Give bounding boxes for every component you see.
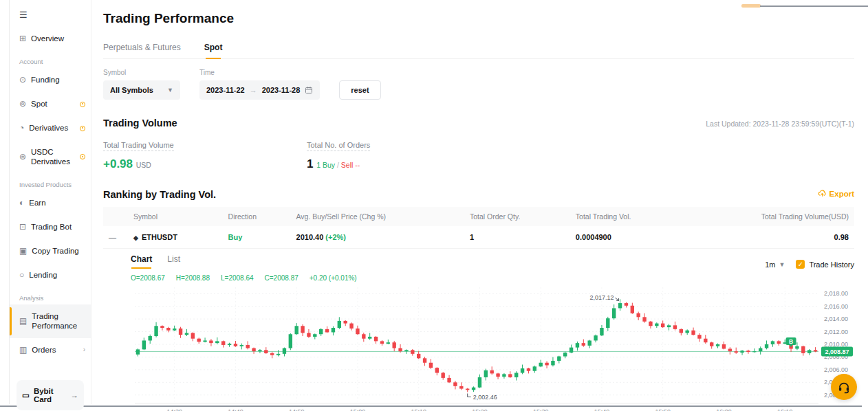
support-chat-button[interactable] — [831, 374, 857, 400]
sidebar-item-orders[interactable]: ▥Orders› — [10, 338, 91, 362]
sidebar-item-usdc-derivatives[interactable]: ⊛USDC Derivatives — [10, 140, 91, 174]
qty-cell: 1 — [464, 226, 570, 249]
copy-trading-icon: ▣ — [19, 246, 27, 256]
usdc-icon: ⊛ — [19, 152, 26, 162]
candlestick-svg[interactable]: 2,018.002,016.002,014.002,012.002,010.00… — [131, 283, 854, 411]
total-orders-metric: Total No. of Orders 1 1 Buy / Sell -- — [307, 138, 510, 171]
candle-body — [240, 345, 243, 346]
direction-cell: Buy — [223, 226, 291, 249]
collapse-row-toggle[interactable]: — — [103, 226, 128, 249]
chart-panel: ChartList 1m ▼ ✓ Trade History O=2008.67… — [131, 254, 854, 411]
sidebar-item-overview[interactable]: ⊞Overview — [10, 27, 91, 51]
candle-body — [680, 329, 683, 333]
ranking-table-body: —◆ETHUSDTBuy2010.40 (+2%)10.00049000.98 — [103, 226, 854, 249]
interval-select[interactable]: 1m ▼ — [765, 260, 785, 269]
column-header: Total Trading Vol. — [570, 207, 684, 226]
total-volume-value: +0.98 USD — [103, 157, 307, 171]
price-tick-label: 2,006.00 — [824, 366, 848, 373]
collapse-sidebar-icon[interactable]: ☰ — [10, 8, 91, 27]
sidebar-sections: ⊞OverviewAccount⊙Funding⊚Spot◔Derivative… — [10, 27, 91, 362]
candle-body — [655, 324, 658, 326]
candle-body — [490, 370, 493, 374]
tab-perpetuals-futures[interactable]: Perpetuals & Futures — [103, 43, 181, 58]
candle-body — [557, 357, 561, 361]
derivatives-icon: ◔ — [19, 123, 24, 133]
candle-body — [807, 350, 811, 353]
sidebar-item-label: Earn — [29, 198, 85, 208]
candle-body — [508, 374, 512, 377]
time-tick-label: 15:29 — [472, 408, 488, 411]
time-tick-label: 15:59 — [655, 408, 671, 411]
candle-body — [398, 348, 402, 352]
sidebar-item-earn[interactable]: ◐Earn — [10, 191, 91, 215]
candle-body — [661, 324, 664, 328]
time-tick-label: 14:59 — [289, 408, 305, 411]
sidebar-item-label: Lending — [29, 270, 85, 280]
sidebar-section-label: Invested Products — [10, 174, 91, 191]
candle-body — [539, 363, 542, 367]
vol-cell: 0.0004900 — [570, 226, 684, 249]
high-annotation-arrow — [616, 298, 619, 300]
export-button[interactable]: Export — [818, 189, 854, 198]
candle-body — [514, 373, 518, 377]
sidebar: ☰ ⊞OverviewAccount⊙Funding⊚Spot◔Derivati… — [9, 0, 91, 404]
price-tick-label: 2,014.00 — [824, 315, 848, 322]
sidebar-item-spot[interactable]: ⊚Spot — [10, 92, 91, 116]
ohlc-value: +0.20 (+0.01%) — [310, 274, 357, 282]
candle-body — [289, 334, 292, 348]
candle-body — [734, 351, 737, 353]
arrow-right-icon: → — [250, 86, 257, 94]
sidebar-item-copy-trading[interactable]: ▣Copy Trading — [10, 239, 91, 263]
ohlc-value: L=2008.64 — [221, 274, 254, 282]
candle-body — [453, 382, 457, 386]
sidebar-item-trading-performance[interactable]: ▤Trading Performance — [10, 304, 91, 338]
chart-panel-tab-chart[interactable]: Chart — [131, 254, 152, 269]
sidebar-item-lending[interactable]: ○Lending — [10, 263, 91, 287]
sidebar-item-trading-bot[interactable]: ⊡Trading Bot — [10, 215, 91, 239]
candle-body — [691, 331, 695, 335]
sidebar-item-funding[interactable]: ⊙Funding — [10, 68, 91, 92]
candle-body — [209, 340, 213, 343]
bot-icon: ⊡ — [19, 222, 26, 232]
tab-spot[interactable]: Spot — [204, 43, 223, 58]
trade-history-toggle[interactable]: ✓ Trade History — [796, 260, 854, 269]
column-header: Direction — [223, 207, 291, 226]
bybit-card-button[interactable]: ▭ Bybit Card → — [17, 380, 84, 410]
candle-body — [576, 343, 579, 347]
candle-body — [521, 368, 524, 373]
price-tick-label: 2,018.00 — [824, 290, 848, 297]
candle-body — [203, 340, 206, 342]
candle-body — [270, 353, 274, 355]
candle-body — [276, 354, 280, 355]
candle-body — [697, 335, 701, 339]
reset-button[interactable]: reset — [339, 80, 380, 100]
chart-panel-tab-list[interactable]: List — [167, 254, 180, 269]
candle-body — [801, 346, 805, 353]
sidebar-item-derivatives[interactable]: ◔Derivatives — [10, 116, 91, 140]
candlestick-chart[interactable]: 2,018.002,016.002,014.002,012.002,010.00… — [131, 283, 854, 411]
symbol-select[interactable]: All Symbols ▼ — [103, 80, 180, 100]
orders-sell-count: Sell -- — [341, 161, 360, 169]
date-range-picker[interactable]: 2023-11-22 → 2023-11-28 — [199, 80, 320, 100]
ranking-table-header-row: SymbolDirectionAvg. Buy/Sell Price (Chg … — [103, 207, 854, 226]
table-row[interactable]: —◆ETHUSDTBuy2010.40 (+2%)10.00049000.98 — [103, 226, 854, 249]
sidebar-item-label: Funding — [31, 75, 85, 85]
sidebar-item-label: Trading Bot — [31, 222, 85, 232]
candle-body — [496, 373, 499, 377]
candle-body — [343, 321, 347, 324]
trading-volume-header: Trading Volume Last Updated: 2023-11-28 … — [103, 118, 854, 129]
total-volume-label: Total Trading Volume — [103, 141, 174, 151]
column-header: Total Order Qty. — [464, 207, 570, 226]
candle-body — [631, 306, 634, 313]
candle-body — [459, 386, 463, 389]
bybit-card-label: Bybit Card — [34, 387, 67, 403]
total-volume-number: +0.98 — [103, 157, 133, 170]
total-orders-label: Total No. of Orders — [307, 141, 370, 151]
interval-value: 1m — [765, 260, 775, 269]
low-annotation-label: 2,002.46 — [473, 394, 497, 401]
calendar-icon — [305, 86, 313, 94]
candle-body — [142, 340, 146, 349]
candle-body — [466, 389, 469, 390]
candle-body — [618, 303, 622, 308]
trading-volume-heading: Trading Volume — [103, 118, 177, 129]
